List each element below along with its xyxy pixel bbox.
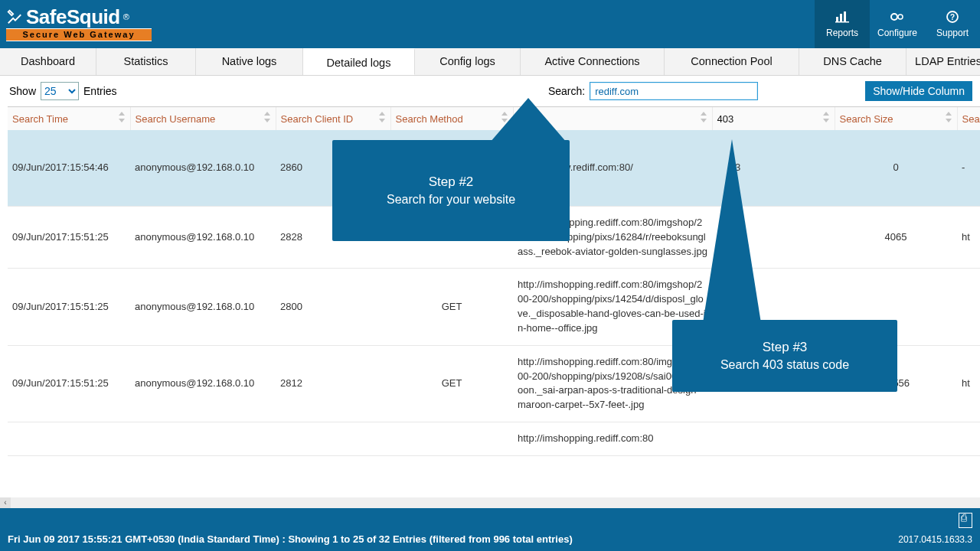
sort-icon[interactable] bbox=[378, 112, 387, 124]
search-label: Search: bbox=[548, 85, 585, 97]
brand-logo-icon bbox=[6, 8, 23, 25]
tab-connection-pool[interactable]: Connection Pool bbox=[665, 48, 799, 75]
top-header: SafeSquid ® Secure Web Gateway ReportsCo… bbox=[0, 0, 980, 48]
top-actions: ReportsConfigure?Support bbox=[815, 0, 980, 48]
callout-step-label: Step #2 bbox=[332, 174, 570, 190]
version-label: 2017.0415.1633.3 bbox=[898, 534, 972, 545]
sort-icon[interactable] bbox=[118, 112, 127, 124]
show-label: Show bbox=[9, 85, 36, 97]
tab-dashboard[interactable]: Dashboard bbox=[0, 48, 96, 75]
callout-step-label: Step #3 bbox=[672, 340, 897, 355]
table-row[interactable]: http://imshopping.rediff.com:80 bbox=[8, 422, 980, 456]
tab-dns-cache[interactable]: DNS Cache bbox=[799, 48, 906, 75]
page-length-select[interactable]: 25 bbox=[41, 82, 79, 100]
sort-icon[interactable] bbox=[263, 112, 273, 124]
callout-step-text: Search 403 status code bbox=[672, 358, 897, 372]
question-icon: ? bbox=[946, 10, 959, 26]
tab-active-connections[interactable]: Active Connections bbox=[521, 48, 665, 75]
column-filter-input[interactable] bbox=[835, 108, 957, 129]
svg-point-5 bbox=[898, 15, 903, 19]
callout-step-3: Step #3 Search 403 status code bbox=[672, 320, 897, 392]
callout-step-2: Step #2 Search for your website bbox=[332, 140, 570, 241]
column-filter-input[interactable] bbox=[131, 108, 276, 129]
brand-subtitle: Secure Web Gateway bbox=[6, 28, 152, 41]
column-filter-input[interactable] bbox=[713, 108, 835, 129]
top-action-support[interactable]: ?Support bbox=[925, 0, 980, 48]
callout-arrow-1 bbox=[490, 98, 567, 142]
tab-strip: DashboardStatisticsNative logsDetailed l… bbox=[0, 48, 980, 76]
svg-rect-1 bbox=[840, 14, 842, 21]
entries-label: Entries bbox=[83, 85, 117, 97]
tab-native-logs[interactable]: Native logs bbox=[196, 48, 303, 75]
brand-name: SafeSquid bbox=[26, 7, 120, 27]
brand-reg: ® bbox=[123, 13, 129, 21]
tab-statistics[interactable]: Statistics bbox=[96, 48, 196, 75]
brand: SafeSquid ® Secure Web Gateway bbox=[6, 7, 152, 41]
footer-status-text: Fri Jun 09 2017 15:55:21 GMT+0530 (India… bbox=[8, 533, 573, 545]
export-pdf-icon[interactable] bbox=[959, 513, 972, 528]
show-hide-columns-button[interactable]: Show/Hide Column bbox=[865, 81, 972, 101]
svg-rect-2 bbox=[844, 11, 846, 21]
top-action-configure[interactable]: Configure bbox=[870, 0, 925, 48]
sort-icon[interactable] bbox=[822, 112, 831, 124]
column-filter-input[interactable] bbox=[8, 108, 130, 129]
svg-rect-3 bbox=[835, 21, 849, 23]
tab-config-logs[interactable]: Config logs bbox=[415, 48, 521, 75]
scroll-left-icon[interactable]: ‹ bbox=[0, 497, 11, 508]
column-filter-input[interactable] bbox=[958, 108, 981, 129]
sort-icon[interactable] bbox=[700, 112, 709, 124]
callout-arrow-2 bbox=[703, 139, 761, 323]
top-action-reports[interactable]: Reports bbox=[815, 0, 870, 48]
gears-icon bbox=[890, 10, 905, 26]
horizontal-scrollbar[interactable]: ‹ bbox=[0, 497, 980, 508]
tab-detailed-logs[interactable]: Detailed logs bbox=[303, 48, 415, 75]
svg-text:?: ? bbox=[950, 13, 955, 21]
sort-icon[interactable] bbox=[945, 112, 954, 124]
global-search-input[interactable] bbox=[590, 82, 758, 100]
callout-step-text: Search for your website bbox=[332, 193, 570, 207]
column-filter-input[interactable] bbox=[276, 108, 390, 129]
tab-ldap-entries[interactable]: LDAP Entries bbox=[906, 48, 980, 75]
status-footer: Fri Jun 09 2017 15:55:21 GMT+0530 (India… bbox=[0, 508, 980, 551]
svg-rect-0 bbox=[836, 17, 838, 21]
chart-icon bbox=[835, 10, 849, 26]
svg-point-4 bbox=[891, 14, 897, 20]
